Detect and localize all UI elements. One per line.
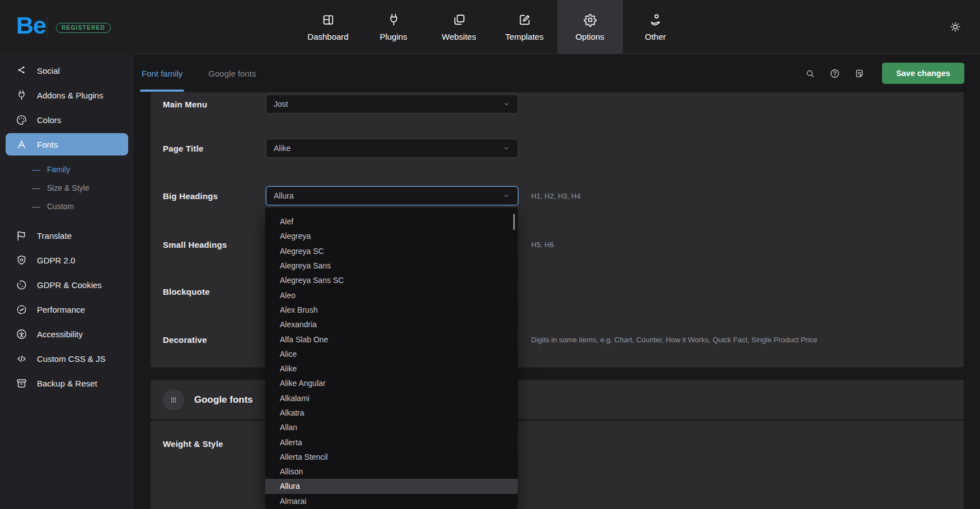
sidebar-item-label: Addons & Plugins bbox=[37, 91, 103, 100]
font-option-allura[interactable]: Allura bbox=[265, 479, 518, 493]
nav-item-other[interactable]: Other bbox=[623, 0, 688, 54]
top-nav: DashboardPluginsWebsitesTemplatesOptions… bbox=[296, 0, 688, 54]
font-option-alike-angular[interactable]: Alike Angular bbox=[265, 376, 518, 390]
section-title: Google fonts bbox=[194, 394, 253, 406]
sidebar-item-gdpr-cookies[interactable]: GDPR & Cookies bbox=[0, 272, 133, 297]
sidebar-item-gdpr-2-0[interactable]: GGDPR 2.0 bbox=[0, 248, 133, 272]
sidebar-item-social[interactable]: Social bbox=[0, 58, 133, 83]
row-label: Big Headings bbox=[163, 191, 218, 201]
sidebar-subitem-family[interactable]: —Family bbox=[0, 160, 133, 178]
changelog-button[interactable] bbox=[851, 65, 868, 82]
font-option-allan[interactable]: Allan bbox=[265, 420, 518, 435]
big-headings-font-select[interactable]: Allura bbox=[266, 186, 518, 205]
gear-icon bbox=[583, 13, 597, 27]
sidebar-subitem-size-style[interactable]: —Size & Style bbox=[0, 178, 133, 197]
sidebar-subitem-label: Size & Style bbox=[47, 183, 89, 192]
search-icon bbox=[805, 68, 815, 79]
row-label: Page Title bbox=[163, 144, 204, 153]
sidebar: SocialAddons & PluginsColorsFonts—Family… bbox=[0, 55, 133, 509]
nav-label: Plugins bbox=[379, 32, 407, 41]
page-title-font-select[interactable]: Alike bbox=[266, 139, 518, 158]
tab-bar: Font familyGoogle fonts bbox=[142, 55, 256, 92]
sidebar-item-colors[interactable]: Colors bbox=[0, 107, 133, 132]
sidebar-item-label: GDPR 2.0 bbox=[37, 256, 75, 265]
sidebar-item-label: Backup & Reset bbox=[37, 379, 97, 388]
row-label: Blockquote bbox=[163, 287, 210, 296]
font-option-allison[interactable]: Allison bbox=[265, 464, 518, 479]
sidebar-subitem-label: Custom bbox=[47, 202, 74, 211]
registered-badge: REGISTERED bbox=[56, 23, 111, 33]
select-value: Jost bbox=[274, 100, 288, 109]
font-icon bbox=[16, 139, 27, 150]
font-option-alice[interactable]: Alice bbox=[265, 347, 518, 361]
accessibility-icon bbox=[16, 328, 27, 340]
nav-item-plugins[interactable]: Plugins bbox=[361, 0, 426, 54]
sidebar-item-translate[interactable]: Translate bbox=[0, 223, 133, 248]
hand-user-icon bbox=[649, 13, 663, 27]
sidebar-item-addons-plugins[interactable]: Addons & Plugins bbox=[0, 83, 133, 107]
search-button[interactable] bbox=[801, 65, 818, 82]
font-option-alegreya-sans-sc[interactable]: Alegreya Sans SC bbox=[265, 273, 518, 288]
main-menu-font-select[interactable]: Jost bbox=[266, 95, 518, 114]
betheme-logo[interactable]: Be bbox=[16, 13, 46, 37]
websites-icon bbox=[452, 13, 466, 27]
save-changes-button[interactable]: Save changes bbox=[882, 63, 964, 84]
subitem-dash: — bbox=[32, 165, 40, 174]
tab-font-family[interactable]: Font family bbox=[142, 55, 182, 92]
nav-item-websites[interactable]: Websites bbox=[426, 0, 492, 54]
font-option-aleo[interactable]: Aleo bbox=[265, 288, 518, 302]
subitem-dash: — bbox=[32, 183, 40, 192]
nav-item-templates[interactable]: Templates bbox=[492, 0, 557, 54]
notes-icon bbox=[854, 68, 865, 79]
select-value: Allura bbox=[274, 191, 294, 200]
sidebar-subitem-label: Family bbox=[47, 165, 70, 174]
font-option-alkalami[interactable]: Alkalami bbox=[265, 391, 518, 406]
sidebar-item-label: Fonts bbox=[37, 140, 58, 149]
font-option-alegreya[interactable]: Alegreya bbox=[265, 229, 518, 243]
cookie-icon bbox=[16, 279, 27, 291]
row-label: Decorative bbox=[163, 335, 207, 345]
tab-google-fonts[interactable]: Google fonts bbox=[208, 55, 256, 92]
sidebar-item-backup-reset[interactable]: Backup & Reset bbox=[0, 371, 133, 395]
theme-toggle-button[interactable] bbox=[947, 19, 964, 36]
templates-icon bbox=[518, 13, 532, 27]
select-value: Alike bbox=[274, 144, 290, 153]
font-option-alfa-slab-one[interactable]: Alfa Slab One bbox=[265, 332, 518, 346]
font-option-alegreya-sc[interactable]: Alegreya SC bbox=[265, 244, 518, 258]
section-icon-circle bbox=[163, 389, 184, 411]
gauge-icon bbox=[16, 304, 27, 315]
help-button[interactable] bbox=[826, 65, 843, 82]
nav-item-options[interactable]: Options bbox=[557, 0, 623, 54]
row-main-menu: Main Menu Jost bbox=[151, 95, 964, 114]
sidebar-item-label: Performance bbox=[37, 305, 85, 314]
nav-label: Options bbox=[575, 32, 604, 41]
font-option-alexandria[interactable]: Alexandria bbox=[265, 317, 518, 332]
plug-icon bbox=[16, 89, 27, 101]
font-family-dropdown: AlefAlegreyaAlegreya SCAlegreya SansAleg… bbox=[265, 208, 518, 509]
font-option-almarai[interactable]: Almarai bbox=[265, 494, 518, 508]
dropdown-scrollbar-thumb[interactable] bbox=[513, 214, 515, 230]
row-note: Digits in some items, e.g. Chart, Counte… bbox=[531, 336, 817, 344]
sidebar-item-performance[interactable]: Performance bbox=[0, 297, 133, 322]
font-option-alef[interactable]: Alef bbox=[265, 214, 518, 229]
palette-icon bbox=[16, 114, 27, 126]
sidebar-item-fonts[interactable]: Fonts bbox=[6, 133, 128, 155]
sidebar-item-accessibility[interactable]: Accessibility bbox=[0, 322, 133, 346]
font-option-allerta-stencil[interactable]: Allerta Stencil bbox=[265, 450, 518, 464]
chevron-down-icon bbox=[502, 100, 511, 109]
sidebar-subitem-custom[interactable]: —Custom bbox=[0, 197, 133, 215]
logo-divider bbox=[46, 16, 47, 38]
font-option-allerta[interactable]: Allerta bbox=[265, 435, 518, 449]
sidebar-item-custom-css-js[interactable]: Custom CSS & JS bbox=[0, 346, 133, 371]
app-header: Be REGISTERED DashboardPluginsWebsitesTe… bbox=[0, 0, 980, 54]
nav-item-dashboard[interactable]: Dashboard bbox=[296, 0, 361, 54]
font-option-alike[interactable]: Alike bbox=[265, 361, 518, 376]
font-option-alex-brush[interactable]: Alex Brush bbox=[265, 303, 518, 317]
plug-icon bbox=[387, 13, 401, 27]
nav-label: Other bbox=[645, 32, 666, 41]
font-option-alegreya-sans[interactable]: Alegreya Sans bbox=[265, 258, 518, 273]
sidebar-item-label: Social bbox=[37, 66, 60, 76]
sidebar-subgroup-fonts: —Family—Size & Style—Custom bbox=[0, 157, 133, 216]
nav-label: Dashboard bbox=[307, 32, 348, 41]
font-option-alkatra[interactable]: Alkatra bbox=[265, 406, 518, 420]
